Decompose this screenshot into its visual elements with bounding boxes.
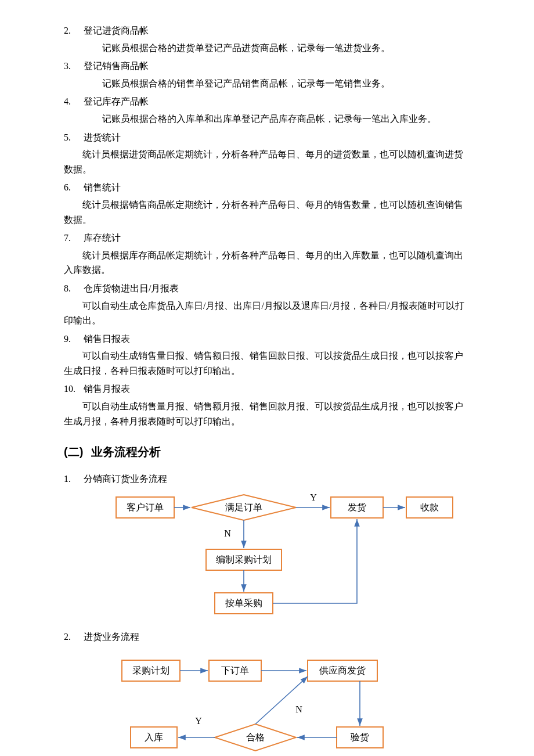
item-description: 记账员根据合格的入库单和出库单登记产品库存商品帐，记录每一笔出入库业务。	[84, 111, 470, 127]
list-item: 10.销售月报表 可以自动生成销售量月报、销售额月报、销售回款月报、可以按货品生…	[64, 381, 470, 429]
edge-no	[255, 676, 308, 724]
edge-label-no: N	[295, 704, 302, 714]
item-title-text: 销售月报表	[84, 384, 130, 394]
node-label: 采购计划	[132, 665, 169, 675]
item-description: 统计员根据库存商品帐定期统计，分析各种产品每日、每月的出入库数量，也可以随机查询…	[64, 248, 470, 278]
node-label: 收款	[420, 502, 439, 512]
flowchart-order: 客户订单 满足订单 发货 收款 编制采购计划 按单采购 Y N	[75, 491, 459, 619]
node-label: 供应商发货	[319, 665, 366, 675]
edge-label-yes: Y	[195, 716, 202, 726]
list-item: 5.进货统计 统计员根据进货商品帐定期统计，分析各种产品每日、每月的进货数量，也…	[64, 130, 470, 177]
list-item: 7.库存统计 统计员根据库存商品帐定期统计，分析各种产品每日、每月的出入库数量，…	[64, 231, 470, 278]
item-description: 记账员根据合格的进货单登记产品进货商品帐，记录每一笔进货业务。	[84, 41, 470, 56]
flow-title: 分销商订货业务流程	[84, 474, 167, 484]
edge	[273, 519, 357, 603]
flow-number: 2.	[64, 629, 84, 645]
node-label: 入库	[145, 732, 163, 742]
item-number: 8.	[64, 281, 84, 296]
item-number: 7.	[64, 231, 84, 246]
item-description: 统计员根据销售商品帐定期统计，分析各种产品每日、每月的销售数量，也可以随机查询销…	[64, 197, 470, 227]
item-description: 记账员根据合格的销售单登记产品销售商品帐，记录每一笔销售业务。	[84, 76, 470, 91]
item-number: 3.	[64, 59, 84, 74]
node-label: 客户订单	[127, 502, 164, 512]
numbered-list: 2.登记进货商品帐 记账员根据合格的进货单登记产品进货商品帐，记录每一笔进货业务…	[64, 23, 470, 429]
item-number: 2.	[64, 23, 84, 38]
flow-title: 进货业务流程	[84, 632, 139, 642]
section-title: 业务流程分析	[91, 445, 161, 458]
list-item: 6.销售统计 统计员根据销售商品帐定期统计，分析各种产品每日、每月的销售数量，也…	[64, 180, 470, 227]
item-description: 统计员根据进货商品帐定期统计，分析各种产品每日、每月的进货数量，也可以随机查询进…	[64, 147, 470, 177]
item-description: 可以自动生成销售量日报、销售额日报、销售回款日报、可以按货品生成日报，也可以按客…	[64, 348, 470, 378]
section-heading: (二)业务流程分析	[64, 442, 470, 461]
item-number: 4.	[64, 94, 84, 109]
node-label: 下订单	[221, 665, 249, 675]
flowchart-inbound: 采购计划 下订单 供应商发货 验货 合格 入库 Y N	[75, 649, 459, 756]
item-title-text: 登记进货商品帐	[84, 26, 149, 35]
item-title-text: 销售日报表	[84, 334, 130, 344]
item-title-text: 仓库货物进出日/月报表	[84, 283, 179, 293]
edge-label-yes: Y	[310, 492, 317, 502]
item-number: 9.	[64, 332, 84, 347]
section-number: (二)	[64, 445, 83, 458]
flow-heading: 2.进货业务流程	[64, 629, 470, 645]
item-number: 6.	[64, 180, 84, 195]
item-number: 5.	[64, 130, 84, 145]
list-item: 4.登记库存产品帐 记账员根据合格的入库单和出库单登记产品库存商品帐，记录每一笔…	[64, 94, 470, 126]
item-title-text: 登记销售商品帐	[84, 61, 149, 71]
item-title-text: 销售统计	[84, 182, 121, 192]
node-label: 编制采购计划	[216, 555, 272, 564]
node-label: 按单采购	[225, 598, 262, 608]
flow-number: 1.	[64, 471, 84, 487]
item-number: 10.	[64, 381, 84, 397]
node-label: 满足订单	[225, 502, 262, 512]
list-item: 9.销售日报表 可以自动生成销售量日报、销售额日报、销售回款日报、可以按货品生成…	[64, 332, 470, 379]
item-title-text: 登记库存产品帐	[84, 96, 149, 106]
item-description: 可以自动生成销售量月报、销售额月报、销售回款月报、可以按货品生成月报，也可以按客…	[64, 399, 470, 429]
flow-heading: 1.分销商订货业务流程	[64, 471, 470, 487]
node-label: 发货	[348, 502, 366, 512]
edge-label-no: N	[224, 528, 231, 538]
item-title-text: 进货统计	[84, 132, 121, 142]
list-item: 8.仓库货物进出日/月报表 可以自动生成仓库货品入库日/月报、出库日/月报以及退…	[64, 281, 470, 328]
item-title-text: 库存统计	[84, 233, 121, 243]
item-description: 可以自动生成仓库货品入库日/月报、出库日/月报以及退库日/月报，各种日/月报表随…	[64, 298, 470, 328]
list-item: 2.登记进货商品帐 记账员根据合格的进货单登记产品进货商品帐，记录每一笔进货业务…	[64, 23, 470, 55]
node-label: 验货	[351, 732, 369, 742]
list-item: 3.登记销售商品帐 记账员根据合格的销售单登记产品销售商品帐，记录每一笔销售业务…	[64, 59, 470, 91]
node-label: 合格	[246, 732, 265, 742]
